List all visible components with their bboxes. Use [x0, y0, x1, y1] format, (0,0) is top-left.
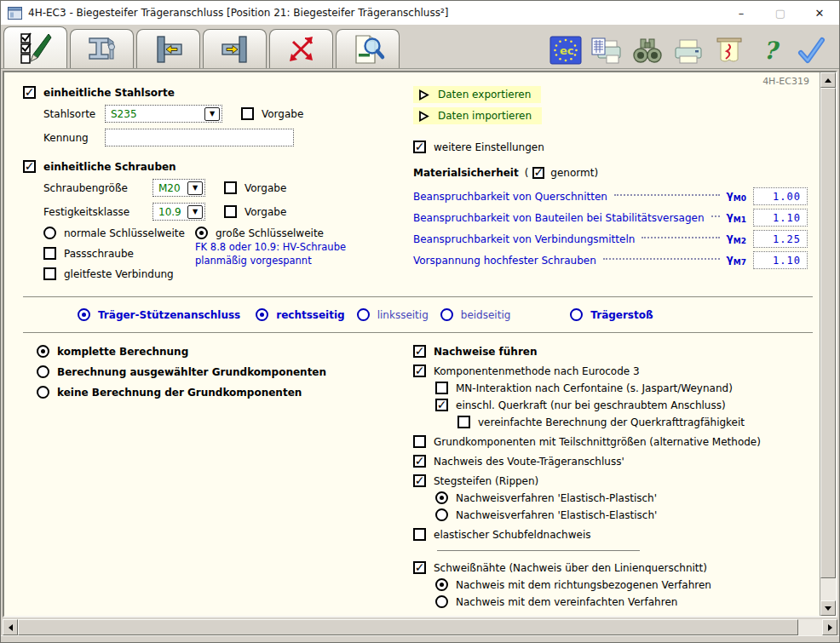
partial-forces-checkbox[interactable]	[413, 435, 426, 448]
large-wrench-width-radio[interactable]	[195, 227, 208, 239]
gamma-value-field[interactable]: 1.10	[753, 209, 808, 227]
close-button[interactable]: ✕	[800, 1, 839, 25]
horizontal-scrollbar[interactable]	[3, 619, 837, 635]
kennung-label: Kennung	[43, 132, 105, 144]
search-button[interactable]	[628, 32, 667, 68]
scroll-right-button[interactable]	[822, 619, 837, 635]
print-settings-button[interactable]	[587, 32, 626, 68]
gamma-row: Beanspruchbarkeit von Verbindungsmitteln…	[413, 230, 808, 248]
fit-bolt-checkbox[interactable]	[43, 247, 56, 260]
gamma-value-field[interactable]: 1.10	[753, 251, 808, 269]
bolt-grade-value: 10.9	[158, 206, 182, 218]
bolt-grade-label: Festigkeitsklasse	[43, 206, 152, 218]
kennung-input[interactable]	[105, 129, 294, 146]
scroll-left-button[interactable]	[3, 619, 18, 635]
uniform-bolts-label: einheitliche Schrauben	[43, 161, 176, 173]
steel-grade-dropdown[interactable]: S235 ▼	[105, 105, 222, 123]
haunch-check-checkbox[interactable]	[413, 455, 426, 468]
welds-checkbox[interactable]	[413, 561, 426, 574]
checkmark-icon	[794, 35, 828, 66]
bottom-section: komplette Berechnung Berechnung ausgewäh…	[23, 333, 813, 616]
gamma-row: Vorspannung hochfester Schrauben γM7 1.1…	[413, 251, 808, 269]
dropdown-arrow-icon[interactable]: ▼	[187, 181, 203, 195]
bolt-size-label: Schraubengröße	[43, 182, 152, 194]
export-data-button[interactable]: Daten exportieren	[413, 86, 541, 103]
elastic-elastic-radio[interactable]	[435, 508, 448, 521]
complete-calculation-radio[interactable]	[37, 345, 49, 358]
vertical-scroll-thumb[interactable]	[820, 88, 836, 578]
down-arrow-icon	[825, 606, 831, 611]
shear-checkbox[interactable]	[435, 399, 448, 411]
left-side-radio[interactable]	[357, 308, 370, 321]
no-components-label: keine Berechnung der Grundkomponenten	[57, 387, 302, 399]
up-arrow-icon	[825, 78, 831, 83]
normal-wrench-width-label: normale Schlüsselweite	[64, 227, 185, 239]
maximize-button[interactable]: ▢	[761, 1, 800, 25]
scroll-up-button[interactable]	[820, 72, 836, 88]
uniform-bolts-checkbox[interactable]	[23, 160, 36, 173]
gamma-value-field[interactable]: 1.25	[753, 230, 808, 248]
no-components-radio[interactable]	[37, 386, 49, 399]
print-button[interactable]	[669, 32, 708, 68]
dotted-leader	[603, 258, 720, 260]
bolt-grade-vorgabe-checkbox[interactable]	[224, 205, 237, 218]
right-side-radio[interactable]	[256, 308, 268, 321]
directional-method-radio[interactable]	[435, 578, 448, 591]
eurocode-button[interactable]: ec	[546, 32, 585, 68]
minimize-button[interactable]: –	[722, 1, 761, 25]
bolt-size-dropdown[interactable]: M20 ▼	[152, 179, 205, 197]
genormt-checkbox[interactable]	[532, 167, 544, 179]
perform-checks-checkbox[interactable]	[413, 345, 426, 358]
import-data-button[interactable]: Daten importieren	[413, 107, 542, 124]
beam-to-column-right-icon	[217, 33, 253, 66]
mn-interaction-checkbox[interactable]	[435, 382, 448, 394]
help-button[interactable]: ?	[751, 32, 790, 68]
dropdown-arrow-icon[interactable]: ▼	[187, 205, 203, 219]
confirm-button[interactable]	[791, 32, 831, 68]
component-method-checkbox[interactable]	[413, 365, 426, 377]
shear-label: einschl. Querkraft (nur bei geschraubtem…	[456, 399, 726, 411]
status-strip	[1, 635, 839, 642]
shear-simplified-checkbox[interactable]	[457, 416, 470, 428]
printer-icon	[671, 35, 705, 66]
horizontal-scroll-track[interactable]	[18, 619, 822, 635]
loads-button[interactable]	[269, 29, 333, 68]
connection-left-button[interactable]	[136, 29, 200, 68]
bolt-size-vorgabe-checkbox[interactable]	[224, 181, 237, 194]
preview-button[interactable]	[336, 29, 400, 68]
splice-radio[interactable]	[570, 308, 583, 321]
input-settings-button[interactable]	[3, 26, 67, 68]
stiffeners-label: Stegsteifen (Rippen)	[434, 475, 538, 487]
beam-column-connection-radio[interactable]	[78, 308, 90, 321]
more-settings-checkbox[interactable]	[413, 141, 426, 153]
normal-wrench-width-radio[interactable]	[43, 227, 56, 239]
scratchpad-button[interactable]	[710, 32, 749, 68]
shear-simplified-label: vereinfachte Berechnung der Querkrafttra…	[478, 416, 745, 428]
stiffeners-checkbox[interactable]	[413, 474, 426, 487]
slip-resistant-checkbox[interactable]	[43, 267, 56, 280]
elastic-elastic-label: Nachweisverfahren 'Elastisch-Elastisch'	[456, 509, 657, 521]
horizontal-scroll-thumb[interactable]	[18, 619, 798, 635]
vertical-scroll-track[interactable]	[820, 88, 836, 600]
shear-field-checkbox[interactable]	[413, 528, 426, 541]
bolt-grade-dropdown[interactable]: 10.9 ▼	[152, 203, 205, 221]
right-arrow-icon	[828, 624, 832, 631]
gamma-symbol: γM2	[727, 232, 746, 245]
gamma-value-field[interactable]: 1.00	[753, 187, 808, 205]
gamma-row-label: Beanspruchbarkeit von Querschnitten	[413, 191, 607, 203]
connection-right-button[interactable]	[203, 29, 267, 68]
scroll-down-button[interactable]	[820, 600, 836, 616]
uniform-steel-checkbox[interactable]	[23, 86, 36, 99]
steel-vorgabe-checkbox[interactable]	[241, 107, 254, 120]
elastic-plastic-radio[interactable]	[435, 491, 448, 504]
simplified-method-radio[interactable]	[435, 595, 448, 608]
cross-section-button[interactable]	[70, 29, 134, 68]
gamma-row-label: Beanspruchbarkeit von Bauteilen bei Stab…	[413, 212, 705, 224]
vertical-scrollbar[interactable]	[820, 72, 836, 616]
both-sides-radio[interactable]	[440, 308, 453, 321]
fit-bolt-label: Passschraube	[64, 248, 134, 260]
selected-components-radio[interactable]	[37, 365, 49, 378]
beam-to-column-left-icon	[151, 33, 187, 66]
dropdown-arrow-icon[interactable]: ▼	[204, 107, 220, 121]
separator	[437, 550, 640, 551]
